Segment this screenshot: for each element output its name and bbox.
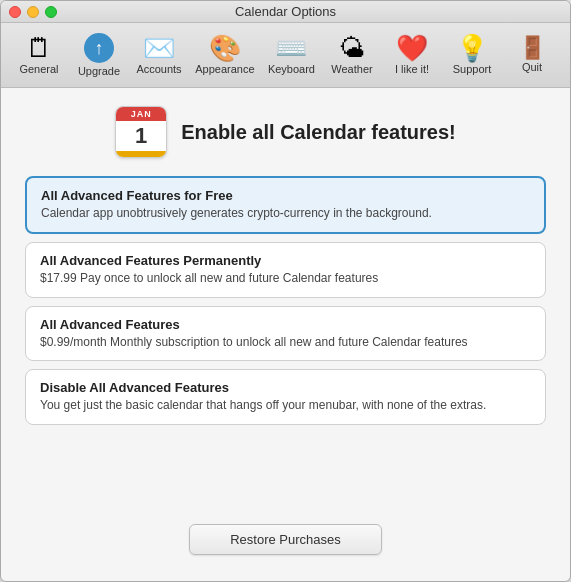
option-desc-subscription: $0.99/month Monthly subscription to unlo… (40, 334, 531, 351)
toolbar-label-support: Support (453, 63, 492, 75)
traffic-lights (9, 6, 57, 18)
toolbar-label-upgrade: Upgrade (78, 65, 120, 77)
general-icon: 🗒 (26, 35, 52, 61)
toolbar-label-accounts: Accounts (136, 63, 181, 75)
toolbar: 🗒 General ↑ Upgrade ✉️ Accounts 🎨 Appear… (1, 23, 570, 88)
toolbar-item-keyboard[interactable]: ⌨️ Keyboard (261, 31, 322, 79)
option-title-disable: Disable All Advanced Features (40, 380, 531, 395)
toolbar-item-upgrade[interactable]: ↑ Upgrade (69, 29, 129, 81)
header-section: JAN 1 Enable all Calendar features! (115, 106, 456, 158)
option-card-free[interactable]: All Advanced Features for FreeCalendar a… (25, 176, 546, 234)
toolbar-item-support[interactable]: 💡 Support (442, 31, 502, 79)
option-desc-disable: You get just the basic calendar that han… (40, 397, 531, 414)
window: Calendar Options 🗒 General ↑ Upgrade ✉️ … (0, 0, 571, 582)
toolbar-label-appearance: Appearance (195, 63, 254, 75)
toolbar-label-keyboard: Keyboard (268, 63, 315, 75)
options-list: All Advanced Features for FreeCalendar a… (25, 176, 546, 510)
option-title-permanent: All Advanced Features Permanently (40, 253, 531, 268)
option-card-permanent[interactable]: All Advanced Features Permanently$17.99 … (25, 242, 546, 298)
window-title: Calendar Options (235, 4, 336, 19)
ilike-icon: ❤️ (396, 35, 428, 61)
calendar-footer (116, 151, 166, 157)
option-desc-permanent: $17.99 Pay once to unlock all new and fu… (40, 270, 531, 287)
calendar-icon: JAN 1 (115, 106, 167, 158)
option-card-subscription[interactable]: All Advanced Features$0.99/month Monthly… (25, 306, 546, 362)
minimize-button[interactable] (27, 6, 39, 18)
calendar-day: 1 (116, 121, 166, 151)
appearance-icon: 🎨 (209, 35, 241, 61)
toolbar-item-accounts[interactable]: ✉️ Accounts (129, 31, 189, 79)
close-button[interactable] (9, 6, 21, 18)
restore-purchases-button[interactable]: Restore Purchases (189, 524, 382, 555)
accounts-icon: ✉️ (143, 35, 175, 61)
weather-icon: 🌤 (339, 35, 365, 61)
maximize-button[interactable] (45, 6, 57, 18)
calendar-month: JAN (116, 107, 166, 121)
option-card-disable[interactable]: Disable All Advanced FeaturesYou get jus… (25, 369, 546, 425)
option-title-subscription: All Advanced Features (40, 317, 531, 332)
support-icon: 💡 (456, 35, 488, 61)
upgrade-icon: ↑ (84, 33, 114, 63)
toolbar-item-quit[interactable]: 🚪 Quit (502, 33, 562, 77)
toolbar-item-appearance[interactable]: 🎨 Appearance (189, 31, 261, 79)
toolbar-label-weather: Weather (331, 63, 372, 75)
header-title: Enable all Calendar features! (181, 121, 456, 144)
titlebar: Calendar Options (1, 1, 570, 23)
keyboard-icon: ⌨️ (275, 35, 307, 61)
quit-icon: 🚪 (519, 37, 546, 59)
toolbar-item-ilike[interactable]: ❤️ I like it! (382, 31, 442, 79)
option-title-free: All Advanced Features for Free (41, 188, 530, 203)
toolbar-label-general: General (19, 63, 58, 75)
restore-section: Restore Purchases (189, 524, 382, 555)
toolbar-label-quit: Quit (522, 61, 542, 73)
toolbar-item-general[interactable]: 🗒 General (9, 31, 69, 79)
toolbar-label-ilike: I like it! (395, 63, 429, 75)
toolbar-item-weather[interactable]: 🌤 Weather (322, 31, 382, 79)
option-desc-free: Calendar app unobtrusively generates cry… (41, 205, 530, 222)
main-content: JAN 1 Enable all Calendar features! All … (1, 88, 570, 581)
